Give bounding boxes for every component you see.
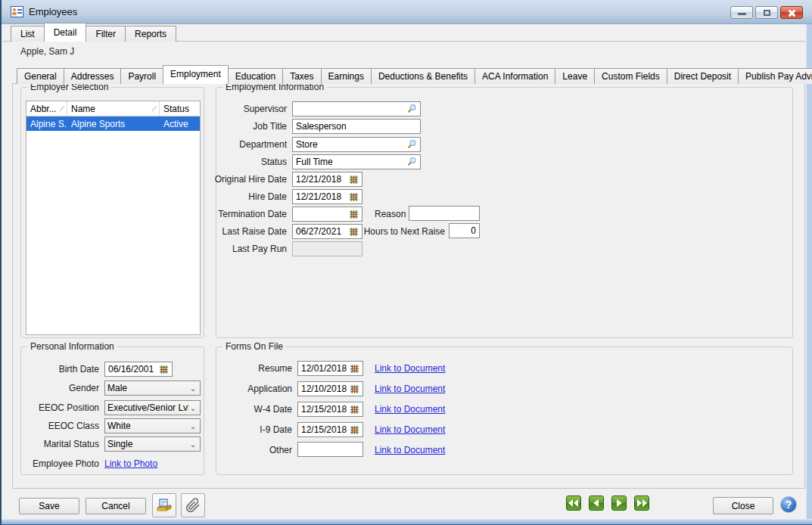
help-button[interactable]: ? [780, 496, 797, 513]
table-row[interactable]: Alpine S... Alpine Sports Active [26, 116, 200, 131]
employer-table-header: Abbr... ∕ Name ∕ Status [26, 101, 200, 116]
tab-education[interactable]: Education [228, 68, 283, 84]
save-button[interactable]: Save [19, 498, 79, 514]
application-date-field[interactable]: 12/10/2018 [297, 381, 363, 396]
tab-taxes[interactable]: Taxes [282, 68, 321, 84]
magnifier-icon[interactable] [406, 139, 417, 150]
minimize-button[interactable] [730, 6, 753, 19]
sort-ascending-icon: ∕ [151, 104, 155, 113]
eeoc-position-label: EEOC Position [39, 402, 99, 413]
maximize-button[interactable] [755, 6, 778, 19]
column-header-name[interactable]: Name ∕ [67, 101, 160, 116]
tab-list[interactable]: List [11, 26, 45, 42]
print-button[interactable] [152, 493, 176, 517]
tab-reports[interactable]: Reports [125, 26, 176, 42]
termination-date-label: Termination Date [218, 209, 287, 219]
column-header-abbr[interactable]: Abbr... ∕ [26, 101, 67, 116]
employees-window: Employees List Detail Filter Reports App… [0, 0, 812, 525]
attachment-button[interactable] [181, 493, 205, 517]
other-field[interactable] [297, 442, 363, 457]
tab-employment[interactable]: Employment [163, 65, 229, 84]
reason-field[interactable] [409, 206, 480, 221]
department-field[interactable]: Store [292, 137, 421, 152]
calendar-icon[interactable] [349, 192, 359, 202]
tab-addresses[interactable]: Addresses [64, 68, 122, 84]
first-record-icon [568, 499, 579, 507]
tab-aca-information[interactable]: ACA Information [474, 68, 555, 84]
resume-link-to-document[interactable]: Link to Document [375, 363, 445, 374]
tab-direct-deposit[interactable]: Direct Deposit [667, 68, 739, 84]
hire-date-field[interactable]: 12/21/2018 [292, 189, 362, 204]
first-record-button[interactable] [566, 495, 581, 511]
last-pay-run-field [292, 241, 362, 256]
supervisor-field[interactable] [292, 101, 421, 116]
tab-payroll[interactable]: Payroll [120, 68, 163, 84]
last-record-button[interactable] [634, 495, 649, 511]
application-label: Application [247, 384, 292, 394]
close-button[interactable]: Close [713, 497, 773, 514]
i9-date-label: I-9 Date [260, 424, 292, 435]
job-title-label: Job Title [253, 121, 287, 132]
tab-publish-pay-advices[interactable]: Publish Pay Advices [738, 68, 812, 84]
employer-table[interactable]: Abbr... ∕ Name ∕ Status Alpine S... Alpi… [26, 101, 201, 335]
calendar-icon[interactable] [349, 175, 359, 185]
next-record-icon [616, 499, 622, 507]
i9-link-to-document[interactable]: Link to Document [375, 424, 445, 435]
resume-date-field[interactable]: 12/01/2018 [297, 361, 363, 376]
calendar-icon[interactable] [350, 384, 359, 394]
other-label: Other [269, 445, 292, 455]
column-header-status[interactable]: Status [160, 101, 200, 116]
w4-date-field[interactable]: 12/15/2018 [297, 402, 363, 417]
calendar-icon[interactable] [349, 227, 359, 237]
calendar-icon[interactable] [349, 210, 359, 219]
hours-to-next-raise-field[interactable]: 0 [449, 223, 480, 238]
cancel-button[interactable]: Cancel [86, 498, 146, 514]
title-bar[interactable]: Employees [2, 0, 812, 24]
tab-deductions-benefits[interactable]: Deductions & Benefits [371, 68, 475, 84]
resume-label: Resume [258, 363, 292, 374]
eeoc-class-label: EEOC Class [48, 421, 99, 431]
gender-select[interactable]: Male ⌄ [104, 381, 201, 396]
tab-custom-fields[interactable]: Custom Fields [594, 68, 667, 84]
eeoc-class-select[interactable]: White ⌄ [104, 418, 201, 433]
calendar-icon[interactable] [350, 364, 359, 374]
w4-link-to-document[interactable]: Link to Document [375, 404, 445, 415]
marital-status-label: Marital Status [44, 439, 99, 449]
employment-information-group: Employment Information Supervisor Job Ti… [216, 87, 793, 338]
status-label: Status [261, 157, 287, 167]
tab-general[interactable]: General [17, 68, 64, 84]
eeoc-position-select[interactable]: Executive/Senior Lvl O ⌄ [104, 400, 201, 415]
status-field[interactable]: Full Time [292, 154, 421, 169]
supervisor-label: Supervisor [244, 104, 287, 114]
inner-tab-strip: General Addresses Payroll Employment Edu… [17, 67, 812, 84]
i9-date-field[interactable]: 12/15/2018 [297, 422, 363, 437]
gender-label: Gender [69, 383, 99, 393]
magnifier-icon[interactable] [406, 157, 417, 167]
close-window-button[interactable] [780, 6, 803, 19]
link-to-photo[interactable]: Link to Photo [104, 458, 157, 469]
tab-filter[interactable]: Filter [86, 26, 126, 42]
calendar-icon[interactable] [159, 365, 169, 374]
previous-record-icon [593, 499, 599, 507]
application-link-to-document[interactable]: Link to Document [375, 384, 445, 394]
calendar-icon[interactable] [350, 405, 359, 415]
calendar-icon[interactable] [350, 425, 359, 435]
tab-earnings[interactable]: Earnings [321, 68, 372, 84]
tab-detail[interactable]: Detail [44, 23, 87, 42]
last-pay-run-label: Last Pay Run [232, 244, 287, 254]
paperclip-icon [185, 498, 201, 513]
other-link-to-document[interactable]: Link to Document [375, 445, 445, 455]
marital-status-select[interactable]: Single ⌄ [104, 436, 201, 452]
magnifier-icon[interactable] [406, 104, 417, 114]
termination-date-field[interactable] [292, 207, 362, 222]
last-raise-date-field[interactable]: 06/27/2021 [292, 224, 362, 239]
next-record-button[interactable] [611, 495, 627, 511]
tab-leave[interactable]: Leave [555, 68, 595, 84]
previous-record-button[interactable] [589, 495, 604, 511]
original-hire-date-field[interactable]: 12/21/2018 [292, 172, 362, 187]
job-title-field[interactable]: Salesperson [292, 119, 421, 134]
outer-tab-strip: List Detail Filter Reports [11, 25, 176, 42]
forms-on-file-group: Forms On File Resume 12/01/2018 Link to … [216, 346, 793, 475]
birth-date-field[interactable]: 06/16/2001 [104, 362, 173, 377]
window-title: Employees [29, 6, 77, 17]
